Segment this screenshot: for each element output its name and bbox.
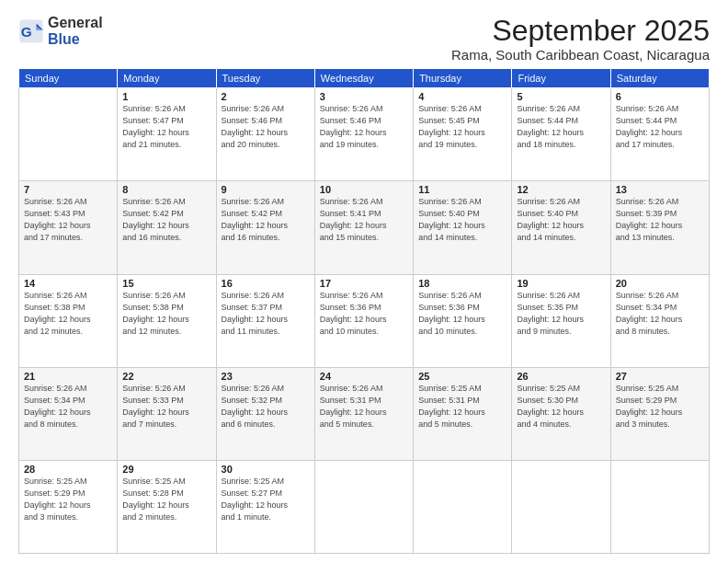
col-wednesday: Wednesday [314, 69, 413, 88]
day-number: 19 [517, 278, 605, 289]
day-cell: 26Sunrise: 5:25 AMSunset: 5:30 PMDayligh… [512, 367, 610, 460]
day-info: Sunrise: 5:26 AMSunset: 5:40 PMDaylight:… [517, 196, 605, 244]
svg-text:G: G [21, 24, 32, 40]
logo-text: General Blue [48, 15, 103, 48]
day-number: 7 [24, 184, 112, 195]
day-cell [314, 460, 413, 553]
day-number: 8 [122, 184, 210, 195]
day-cell: 4Sunrise: 5:26 AMSunset: 5:45 PMDaylight… [414, 88, 512, 181]
day-info: Sunrise: 5:26 AMSunset: 5:34 PMDaylight:… [24, 383, 112, 431]
day-number: 27 [616, 371, 704, 382]
logo: G General Blue [18, 15, 103, 48]
day-number: 9 [222, 184, 310, 195]
col-sunday: Sunday [19, 69, 118, 88]
header-row: Sunday Monday Tuesday Wednesday Thursday… [19, 69, 710, 88]
day-cell: 9Sunrise: 5:26 AMSunset: 5:42 PMDaylight… [216, 181, 314, 274]
col-friday: Friday [512, 69, 610, 88]
day-info: Sunrise: 5:26 AMSunset: 5:37 PMDaylight:… [222, 290, 310, 338]
day-cell: 20Sunrise: 5:26 AMSunset: 5:34 PMDayligh… [610, 274, 709, 367]
day-cell [512, 460, 610, 553]
day-number: 20 [616, 278, 704, 289]
day-cell: 22Sunrise: 5:26 AMSunset: 5:33 PMDayligh… [118, 367, 216, 460]
day-cell: 5Sunrise: 5:26 AMSunset: 5:44 PMDaylight… [512, 88, 610, 181]
day-cell: 21Sunrise: 5:26 AMSunset: 5:34 PMDayligh… [19, 367, 118, 460]
day-info: Sunrise: 5:26 AMSunset: 5:46 PMDaylight:… [320, 103, 408, 151]
day-number: 2 [222, 91, 310, 102]
day-cell: 19Sunrise: 5:26 AMSunset: 5:35 PMDayligh… [512, 274, 610, 367]
day-info: Sunrise: 5:26 AMSunset: 5:45 PMDaylight:… [418, 103, 506, 151]
day-cell: 30Sunrise: 5:25 AMSunset: 5:27 PMDayligh… [216, 460, 314, 553]
day-info: Sunrise: 5:26 AMSunset: 5:33 PMDaylight:… [122, 383, 210, 431]
day-cell: 8Sunrise: 5:26 AMSunset: 5:42 PMDaylight… [118, 181, 216, 274]
day-number: 26 [517, 371, 605, 382]
day-info: Sunrise: 5:26 AMSunset: 5:44 PMDaylight:… [616, 103, 704, 151]
day-cell: 6Sunrise: 5:26 AMSunset: 5:44 PMDaylight… [610, 88, 709, 181]
day-number: 13 [616, 184, 704, 195]
logo-general: General [48, 15, 103, 30]
day-cell: 27Sunrise: 5:25 AMSunset: 5:29 PMDayligh… [610, 367, 709, 460]
day-info: Sunrise: 5:26 AMSunset: 5:41 PMDaylight:… [320, 196, 408, 244]
day-cell: 29Sunrise: 5:25 AMSunset: 5:28 PMDayligh… [118, 460, 216, 553]
day-cell: 10Sunrise: 5:26 AMSunset: 5:41 PMDayligh… [314, 181, 413, 274]
day-info: Sunrise: 5:25 AMSunset: 5:31 PMDaylight:… [418, 383, 506, 431]
title-block: September 2025 Rama, South Caribbean Coa… [451, 15, 710, 63]
day-number: 25 [418, 371, 506, 382]
day-info: Sunrise: 5:26 AMSunset: 5:38 PMDaylight:… [24, 290, 112, 338]
calendar-title: September 2025 [451, 15, 710, 47]
day-number: 15 [122, 278, 210, 289]
day-info: Sunrise: 5:26 AMSunset: 5:32 PMDaylight:… [222, 383, 310, 431]
day-number: 4 [418, 91, 506, 102]
day-info: Sunrise: 5:26 AMSunset: 5:34 PMDaylight:… [616, 290, 704, 338]
week-row-2: 7Sunrise: 5:26 AMSunset: 5:43 PMDaylight… [19, 181, 710, 274]
day-number: 1 [122, 91, 210, 102]
day-cell: 7Sunrise: 5:26 AMSunset: 5:43 PMDaylight… [19, 181, 118, 274]
day-info: Sunrise: 5:25 AMSunset: 5:30 PMDaylight:… [517, 383, 605, 431]
page: G General Blue September 2025 Rama, Sout… [0, 0, 728, 563]
day-info: Sunrise: 5:26 AMSunset: 5:42 PMDaylight:… [222, 196, 310, 244]
day-info: Sunrise: 5:25 AMSunset: 5:28 PMDaylight:… [122, 476, 210, 523]
day-number: 30 [222, 464, 310, 475]
day-info: Sunrise: 5:26 AMSunset: 5:38 PMDaylight:… [122, 290, 210, 338]
day-cell: 14Sunrise: 5:26 AMSunset: 5:38 PMDayligh… [19, 274, 118, 367]
day-cell: 16Sunrise: 5:26 AMSunset: 5:37 PMDayligh… [216, 274, 314, 367]
day-cell: 3Sunrise: 5:26 AMSunset: 5:46 PMDaylight… [314, 88, 413, 181]
day-number: 24 [320, 371, 408, 382]
day-number: 18 [418, 278, 506, 289]
week-row-4: 21Sunrise: 5:26 AMSunset: 5:34 PMDayligh… [19, 367, 710, 460]
week-row-5: 28Sunrise: 5:25 AMSunset: 5:29 PMDayligh… [19, 460, 710, 553]
day-number: 14 [24, 278, 112, 289]
calendar-subtitle: Rama, South Caribbean Coast, Nicaragua [451, 47, 710, 63]
day-info: Sunrise: 5:25 AMSunset: 5:29 PMDaylight:… [616, 383, 704, 431]
day-info: Sunrise: 5:25 AMSunset: 5:27 PMDaylight:… [222, 476, 310, 523]
day-info: Sunrise: 5:25 AMSunset: 5:29 PMDaylight:… [24, 476, 112, 523]
col-monday: Monday [118, 69, 216, 88]
logo-blue: Blue [48, 31, 80, 47]
day-number: 11 [418, 184, 506, 195]
header: G General Blue September 2025 Rama, Sout… [18, 15, 710, 63]
calendar-table: Sunday Monday Tuesday Wednesday Thursday… [18, 68, 710, 554]
day-number: 12 [517, 184, 605, 195]
day-cell: 24Sunrise: 5:26 AMSunset: 5:31 PMDayligh… [314, 367, 413, 460]
day-info: Sunrise: 5:26 AMSunset: 5:42 PMDaylight:… [122, 196, 210, 244]
day-cell: 11Sunrise: 5:26 AMSunset: 5:40 PMDayligh… [414, 181, 512, 274]
day-cell: 15Sunrise: 5:26 AMSunset: 5:38 PMDayligh… [118, 274, 216, 367]
col-tuesday: Tuesday [216, 69, 314, 88]
day-cell: 18Sunrise: 5:26 AMSunset: 5:36 PMDayligh… [414, 274, 512, 367]
day-number: 22 [122, 371, 210, 382]
day-cell: 1Sunrise: 5:26 AMSunset: 5:47 PMDaylight… [118, 88, 216, 181]
day-number: 10 [320, 184, 408, 195]
day-info: Sunrise: 5:26 AMSunset: 5:40 PMDaylight:… [418, 196, 506, 244]
week-row-3: 14Sunrise: 5:26 AMSunset: 5:38 PMDayligh… [19, 274, 710, 367]
day-cell: 17Sunrise: 5:26 AMSunset: 5:36 PMDayligh… [314, 274, 413, 367]
day-number: 28 [24, 464, 112, 475]
day-info: Sunrise: 5:26 AMSunset: 5:47 PMDaylight:… [122, 103, 210, 151]
day-info: Sunrise: 5:26 AMSunset: 5:44 PMDaylight:… [517, 103, 605, 151]
day-info: Sunrise: 5:26 AMSunset: 5:43 PMDaylight:… [24, 196, 112, 244]
day-cell: 28Sunrise: 5:25 AMSunset: 5:29 PMDayligh… [19, 460, 118, 553]
day-number: 23 [222, 371, 310, 382]
day-info: Sunrise: 5:26 AMSunset: 5:36 PMDaylight:… [418, 290, 506, 338]
day-cell: 12Sunrise: 5:26 AMSunset: 5:40 PMDayligh… [512, 181, 610, 274]
day-number: 21 [24, 371, 112, 382]
day-info: Sunrise: 5:26 AMSunset: 5:46 PMDaylight:… [222, 103, 310, 151]
day-cell: 25Sunrise: 5:25 AMSunset: 5:31 PMDayligh… [414, 367, 512, 460]
